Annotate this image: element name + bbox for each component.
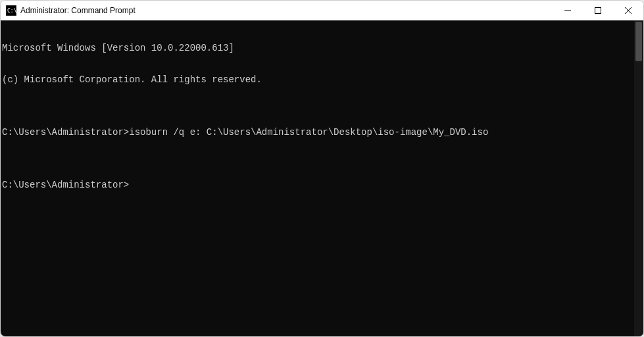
scrollbar-thumb[interactable]: [635, 22, 642, 61]
minimize-icon: [564, 7, 571, 14]
terminal-line: C:\Users\Administrator>isoburn /q e: C:\…: [2, 127, 634, 138]
terminal-content[interactable]: Microsoft Windows [Version 10.0.22000.61…: [1, 20, 634, 336]
window-title: Administrator: Command Prompt: [20, 6, 136, 15]
maximize-icon: [595, 7, 601, 14]
cmd-icon: C:\: [6, 5, 16, 16]
minimize-button[interactable]: [553, 1, 583, 20]
scrollbar[interactable]: [634, 20, 643, 336]
terminal-line: Microsoft Windows [Version 10.0.22000.61…: [2, 43, 634, 53]
titlebar-left: C:\ Administrator: Command Prompt: [6, 5, 136, 16]
maximize-button[interactable]: [583, 1, 613, 20]
svg-rect-3: [595, 8, 601, 14]
terminal-area[interactable]: Microsoft Windows [Version 10.0.22000.61…: [1, 20, 643, 336]
close-button[interactable]: [613, 1, 643, 20]
window-controls: [553, 1, 643, 20]
command-prompt-window: C:\ Administrator: Command Prompt: [0, 0, 644, 337]
terminal-line: (c) Microsoft Corporation. All rights re…: [2, 74, 634, 85]
svg-text:C:\: C:\: [7, 8, 16, 14]
close-icon: [625, 7, 632, 14]
titlebar[interactable]: C:\ Administrator: Command Prompt: [1, 1, 643, 20]
terminal-line: C:\Users\Administrator>: [2, 180, 634, 190]
